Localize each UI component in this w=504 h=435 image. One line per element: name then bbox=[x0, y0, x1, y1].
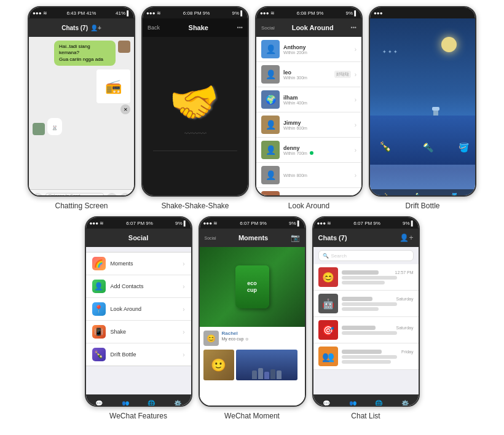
battery-lookaround: 9% ▌ bbox=[346, 10, 358, 16]
person-info-leo: leo Within 300m bbox=[283, 69, 331, 80]
shake-more-btn[interactable]: ••• bbox=[237, 25, 243, 31]
message-row-bubble: Hai..tadi siang kemana?Gua cariin ngga a… bbox=[33, 41, 130, 66]
sticker-walkie-talkie: 📻 bbox=[96, 69, 130, 103]
chat-name-row-2: Saturday bbox=[342, 326, 414, 330]
signal-drift: ●●● bbox=[374, 10, 383, 16]
chat-preview-2 bbox=[342, 331, 397, 335]
user-avatar-right bbox=[118, 41, 130, 53]
add-contact-icon[interactable]: 👤+ bbox=[90, 25, 101, 31]
drift-throw-btn[interactable]: 🍾 Throw bbox=[381, 193, 393, 197]
phone-lookaround: ●●● ≋ 6:08 PM 9% 9% ▌ Social Look Around… bbox=[255, 6, 363, 197]
message-row-received: 🐰 bbox=[33, 118, 130, 135]
chat-name-blurred-2 bbox=[342, 326, 376, 330]
chat-row-3[interactable]: 👥 Friday bbox=[313, 343, 419, 370]
person-avatar-denny: 👤 bbox=[261, 141, 280, 159]
moment-cover-photo: ecocup bbox=[200, 247, 305, 327]
person-row-ariun[interactable]: 👤 Ariun Aby Suhendra bbox=[256, 188, 361, 197]
person-info-denny: denny Within 700m bbox=[283, 145, 351, 155]
phone-lookaround-label: Look Around bbox=[288, 202, 329, 210]
driftbottle-feature-chevron: › bbox=[183, 351, 184, 358]
chat-avatar-3: 👥 bbox=[318, 347, 338, 366]
tabbar-settings-features[interactable]: ⚙️ Settings bbox=[165, 400, 191, 407]
addcontacts-chevron: › bbox=[183, 283, 184, 290]
person-avatar-leo: 👤 bbox=[261, 65, 280, 84]
drift-sky: ✦ ✦ ✦ bbox=[370, 18, 475, 116]
person-row-anthony[interactable]: 👤 Anthony Within 200m › bbox=[256, 37, 361, 62]
addcontacts-label: Add Contacts bbox=[111, 283, 178, 289]
emoji-btn[interactable]: 😊 bbox=[106, 193, 117, 197]
person-row-denny[interactable]: 👤 denny Within 700m › bbox=[256, 138, 361, 163]
cancel-voice-btn[interactable]: ✕ bbox=[120, 104, 130, 114]
chat-header-title: Chats (7) bbox=[61, 25, 88, 31]
search-input-bar[interactable]: 🔍 Search bbox=[318, 250, 414, 261]
person-row-ilham[interactable]: 🌍 ilham Within 400m › bbox=[256, 87, 361, 112]
chat-preview-0 bbox=[342, 276, 397, 280]
phone-drift: ●●● ✦ ✦ ✦ 🍾 🔦 🪣 bbox=[369, 6, 476, 197]
driftbottle-feature-label: Drift Bottle bbox=[111, 351, 178, 358]
feature-shake[interactable]: 📳 Shake › bbox=[86, 321, 191, 343]
signal-chat: ●●● ≋ bbox=[33, 10, 47, 16]
lookaround-title: Look Around bbox=[275, 24, 351, 31]
time-chat: 6:43 PM 41% bbox=[66, 10, 96, 16]
drift-mybottles-btn[interactable]: 🪣 My Bottles bbox=[444, 193, 465, 197]
tabbar-chats-chatlist[interactable]: 💬 Chats bbox=[313, 400, 340, 407]
feature-moments[interactable]: 🌈 Moments › bbox=[86, 253, 191, 275]
person-info-jimmy: Jimmy Within 600m bbox=[283, 120, 351, 130]
moments-chevron: › bbox=[183, 261, 184, 267]
chat-row-1[interactable]: 🤖 Saturday bbox=[313, 291, 419, 317]
tabbar-settings-chatlist[interactable]: ⚙️ Settings bbox=[392, 400, 419, 407]
voice-toggle-btn[interactable]: 🎤 bbox=[32, 193, 43, 197]
tabbar-contacts-icon-features: 👥 bbox=[122, 400, 129, 407]
feature-lookaround[interactable]: 📍 Look Around › bbox=[86, 298, 191, 321]
person-dist-denny: Within 700m bbox=[283, 151, 351, 155]
eco-cup-visual: ecocup bbox=[235, 265, 269, 308]
leo-badge: 好哒哒 bbox=[334, 71, 351, 78]
row2: ●●● ≋ 6:07 PM 9% 9% ▌ Social 🌈 Moments bbox=[12, 216, 492, 420]
plus-btn[interactable]: + bbox=[120, 193, 131, 197]
moment-camera-btn[interactable]: 📷 bbox=[291, 233, 300, 242]
person-dist-leo: Within 300m bbox=[283, 76, 331, 80]
person-chevron-leo: › bbox=[355, 71, 356, 78]
phone-chatlist: ●●● ≋ 6:07 PM 9% 9% ▌ Chats (7) 👤+ 🔍 Sea… bbox=[312, 216, 420, 407]
chatlist-header: Chats (7) 👤+ bbox=[313, 229, 419, 247]
status-bar-lookaround: ●●● ≋ 6:08 PM 9% 9% ▌ bbox=[256, 7, 361, 18]
battery-chatlist: 9% ▌ bbox=[403, 221, 414, 226]
bubble-text: Hai..tadi siang kemana?Gua cariin ngga a… bbox=[59, 44, 103, 62]
tabbar-contacts-chatlist[interactable]: 👥 Contacts bbox=[339, 400, 366, 407]
feature-addcontacts[interactable]: 👤 Add Contacts › bbox=[86, 275, 191, 298]
tabbar-contacts-features[interactable]: 👥 Contacts bbox=[112, 400, 138, 407]
chatlist-add-btn[interactable]: 👤+ bbox=[400, 233, 413, 242]
main-container: ●●● ≋ 6:43 PM 41% 41% ▌ Chats (7) 👤+ Hai… bbox=[0, 0, 504, 426]
chat-row-2[interactable]: 🎯 Saturday bbox=[313, 317, 419, 343]
person-name-anthony: Anthony bbox=[283, 44, 351, 50]
chat-input-field[interactable]: Release to Send bbox=[45, 193, 104, 197]
lookaround-more-btn[interactable]: ••• bbox=[351, 25, 356, 31]
person-dist-anthony: Within 200m bbox=[283, 50, 351, 55]
person-dist-jimmy: Within 600m bbox=[283, 126, 351, 130]
person-row-leo[interactable]: 👤 leo Within 300m 好哒哒 › bbox=[256, 62, 361, 87]
tabbar-chats-features[interactable]: 💬 Chats bbox=[86, 400, 112, 407]
photo-crowd bbox=[236, 350, 297, 380]
drift-pick-btn[interactable]: 🔦 Pick bbox=[414, 193, 422, 197]
person-row-jimmy[interactable]: 👤 Jimmy Within 600m › bbox=[256, 112, 361, 138]
person-chevron-jimmy: › bbox=[355, 122, 356, 128]
status-bar-shake: ●●● ≋ 6:08 PM 9% 9% ▌ bbox=[143, 7, 248, 18]
chat-row-0[interactable]: 😊 12:57 PM bbox=[313, 264, 419, 291]
shake-back-btn[interactable]: Back bbox=[148, 25, 160, 31]
chat-name-row-1: Saturday bbox=[342, 297, 414, 301]
phone-moment-wrapper: ●●● ≋ 6:07 PM 9% 9% ▌ Social Moments 📷 e… bbox=[199, 216, 306, 420]
moments-icon: 🌈 bbox=[92, 257, 106, 270]
tabbar-settings-icon-features: ⚙️ bbox=[174, 400, 181, 407]
tabbar-social-chatlist[interactable]: 🌐 Social bbox=[366, 400, 392, 407]
poster-name: Rachel bbox=[222, 331, 301, 336]
feature-driftbottle[interactable]: 🍾 Drift Bottle › bbox=[86, 343, 191, 366]
chat-messages: Hai..tadi siang kemana?Gua cariin ngga a… bbox=[29, 37, 134, 189]
person-info-unknown: Within 800m bbox=[283, 173, 351, 178]
person-row-unknown[interactable]: 👤 Within 800m › bbox=[256, 163, 361, 188]
chat-time-3: Friday bbox=[401, 350, 413, 354]
signal-features: ●●● ≋ bbox=[90, 221, 104, 226]
chat-info-1: Saturday bbox=[342, 297, 414, 311]
chatlist-tab-bar: 💬 Chats 👥 Contacts 🌐 Social ⚙️ bbox=[313, 394, 419, 407]
chatlist-search-bar: 🔍 Search bbox=[313, 247, 419, 264]
tabbar-social-features[interactable]: 🌐 Social bbox=[138, 400, 165, 407]
